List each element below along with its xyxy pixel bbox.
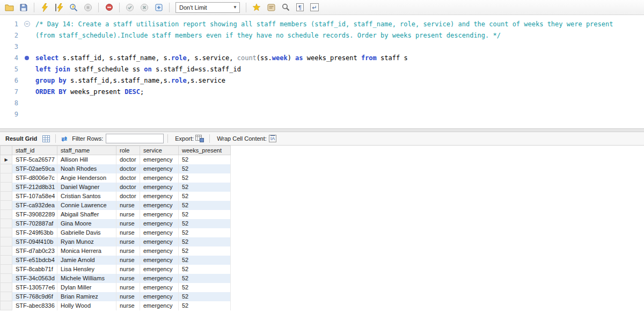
grid-view-icon[interactable]	[42, 135, 50, 142]
grid-cell[interactable]: Gabrielle Davis	[57, 228, 116, 237]
grid-cell[interactable]: STF-d8006e7c	[12, 173, 57, 183]
grid-cell[interactable]: STF-39082289	[12, 210, 57, 219]
grid-cell[interactable]: Daniel Wagner	[57, 183, 116, 192]
grid-cell[interactable]: emergency	[140, 228, 179, 237]
grid-cell[interactable]: nurse	[116, 210, 140, 219]
grid-cell[interactable]: doctor	[116, 192, 140, 201]
column-header-weeks_present[interactable]: weeks_present	[179, 146, 231, 155]
grid-cell[interactable]: nurse	[116, 256, 140, 265]
grid-cell[interactable]: Michele Williams	[57, 274, 116, 283]
grid-cell[interactable]: STF-abec8336	[12, 301, 57, 310]
grid-cell[interactable]: 52	[179, 183, 231, 192]
editor-line[interactable]: 7ORDER BY weeks_present DESC;	[0, 86, 644, 97]
editor-line[interactable]: 9	[0, 108, 644, 120]
grid-cell[interactable]: nurse	[116, 274, 140, 283]
save-script-icon[interactable]	[17, 1, 30, 14]
grid-cell[interactable]: Lisa Hensley	[57, 265, 116, 274]
grid-cell[interactable]: emergency	[140, 237, 179, 246]
row-selector[interactable]	[1, 274, 12, 283]
fold-marker-icon[interactable]: −	[18, 21, 35, 27]
grid-cell[interactable]: 52	[179, 292, 231, 301]
grid-cell[interactable]: Holly Wood	[57, 301, 116, 310]
grid-cell[interactable]: 52	[179, 219, 231, 228]
grid-cell[interactable]: STF-8cabb71f	[12, 265, 57, 274]
grid-cell[interactable]: nurse	[116, 237, 140, 246]
rollback-icon[interactable]	[138, 1, 151, 14]
row-selector[interactable]	[1, 301, 12, 310]
stop-execution-icon[interactable]	[82, 1, 94, 14]
grid-cell[interactable]: Gina Moore	[57, 219, 116, 228]
grid-cell[interactable]: nurse	[116, 283, 140, 292]
grid-cell[interactable]: emergency	[140, 210, 179, 219]
grid-cell[interactable]: STF-702887af	[12, 219, 57, 228]
filter-rows-input[interactable]	[106, 134, 164, 143]
wrap-cell-content-icon[interactable]: IA	[269, 135, 277, 142]
grid-cell[interactable]: emergency	[140, 173, 179, 183]
grid-cell[interactable]: Dylan Miller	[57, 283, 116, 292]
grid-cell[interactable]: 52	[179, 283, 231, 292]
grid-cell[interactable]: Ryan Munoz	[57, 237, 116, 246]
grid-cell[interactable]: emergency	[140, 155, 179, 164]
grid-cell[interactable]: STF-d7ab0c23	[12, 246, 57, 256]
grid-cell[interactable]: Connie Lawrence	[57, 201, 116, 210]
grid-cell[interactable]: 52	[179, 192, 231, 201]
editor-line[interactable]: 6group by s.staff_id,s.staff_name,s.role…	[0, 75, 644, 86]
row-selector[interactable]	[1, 292, 12, 301]
grid-cell[interactable]: 52	[179, 173, 231, 183]
grid-cell[interactable]: emergency	[140, 246, 179, 256]
row-selector[interactable]: ▶	[1, 155, 12, 164]
grid-cell[interactable]: emergency	[140, 219, 179, 228]
sql-editor[interactable]: 1−/* Day 14: Create a staff utilisation …	[0, 15, 644, 128]
grid-cell[interactable]: nurse	[116, 292, 140, 301]
editor-line[interactable]: 8	[0, 97, 644, 108]
grid-cell[interactable]: doctor	[116, 164, 140, 173]
panel-splitter[interactable]	[0, 128, 644, 132]
row-selector[interactable]	[1, 265, 12, 274]
grid-cell[interactable]: nurse	[116, 246, 140, 256]
grid-cell[interactable]: 52	[179, 265, 231, 274]
grid-cell[interactable]: emergency	[140, 301, 179, 310]
column-header-role[interactable]: role	[116, 146, 140, 155]
grid-cell[interactable]: STF-249f63bb	[12, 228, 57, 237]
row-selector[interactable]	[1, 237, 12, 246]
grid-cell[interactable]: 52	[179, 164, 231, 173]
grid-cell[interactable]: STF-ca932dea	[12, 201, 57, 210]
grid-cell[interactable]: STF-34c0563d	[12, 274, 57, 283]
refresh-icon[interactable]: ⇄	[61, 135, 67, 143]
grid-cell[interactable]: 52	[179, 201, 231, 210]
column-header-staff_id[interactable]: staff_id	[12, 146, 57, 155]
row-selector[interactable]	[1, 201, 12, 210]
beautify-script-icon[interactable]	[250, 1, 263, 14]
toggle-autocommit-icon[interactable]	[152, 1, 165, 14]
row-selector[interactable]	[1, 228, 12, 237]
comment-icon[interactable]	[265, 1, 277, 14]
row-selector[interactable]	[1, 219, 12, 228]
limit-dropdown[interactable]: Don't Limit ▼	[175, 2, 240, 13]
grid-cell[interactable]: 52	[179, 256, 231, 265]
grid-cell[interactable]: STF-212d8b31	[12, 183, 57, 192]
grid-cell[interactable]: nurse	[116, 219, 140, 228]
column-header-service[interactable]: service	[140, 146, 179, 155]
grid-cell[interactable]: 52	[179, 246, 231, 256]
grid-cell[interactable]: STF-e51bdcb4	[12, 256, 57, 265]
grid-cell[interactable]: emergency	[140, 192, 179, 201]
grid-cell[interactable]: nurse	[116, 265, 140, 274]
grid-cell[interactable]: Angie Henderson	[57, 173, 116, 183]
editor-line[interactable]: 2(from staff_schedule).Include staff mem…	[0, 30, 644, 41]
grid-cell[interactable]: STF-02ae59ca	[12, 164, 57, 173]
row-selector[interactable]	[1, 173, 12, 183]
execute-statement-icon[interactable]	[53, 1, 65, 14]
grid-cell[interactable]: nurse	[116, 201, 140, 210]
grid-cell[interactable]: doctor	[116, 173, 140, 183]
row-selector[interactable]	[1, 183, 12, 192]
editor-line[interactable]: 3	[0, 41, 644, 52]
grid-cell[interactable]: Cristian Santos	[57, 192, 116, 201]
export-icon[interactable]	[195, 135, 204, 142]
explain-plan-icon[interactable]	[67, 1, 80, 14]
editor-line[interactable]: 1−/* Day 14: Create a staff utilisation …	[0, 18, 644, 30]
editor-line[interactable]: 4select s.staff_id, s.staff_name, s.role…	[0, 52, 644, 63]
grid-cell[interactable]: Brian Ramirez	[57, 292, 116, 301]
grid-cell[interactable]: STF-130577e6	[12, 283, 57, 292]
grid-cell[interactable]: STF-094f410b	[12, 237, 57, 246]
toggle-stop-on-error-icon[interactable]	[103, 1, 115, 14]
